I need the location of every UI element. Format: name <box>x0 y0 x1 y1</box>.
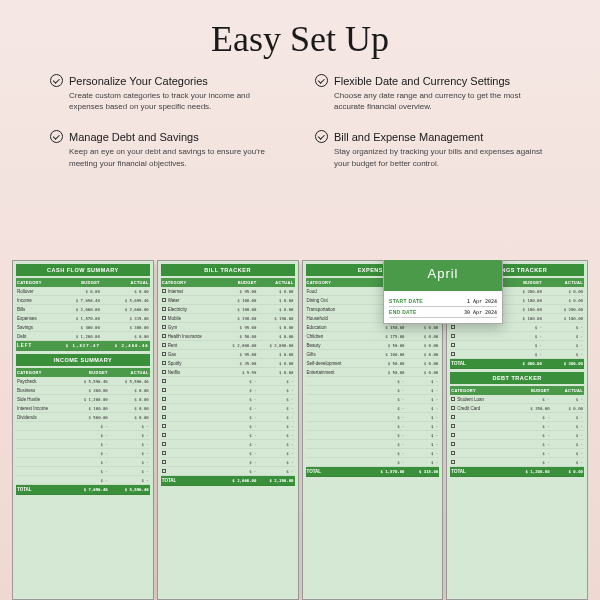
table-row: $ -$ - <box>450 332 584 341</box>
table-row: $ -$ - <box>16 449 150 458</box>
table-row: $ -$ - <box>450 431 584 440</box>
check-icon <box>315 130 328 143</box>
table-row: Expenses$ 1,570.00$ 315.00 <box>16 314 150 323</box>
cashflow-title: CASH FLOW SUMMARY <box>16 264 150 276</box>
checkbox-icon <box>162 442 166 446</box>
checkbox-icon <box>451 325 455 329</box>
feature-desc: Keep an eye on your debt and savings to … <box>50 146 285 168</box>
table-row: $ -$ - <box>161 431 295 440</box>
start-date-label: START DATE <box>389 298 423 304</box>
checkbox-icon <box>162 379 166 383</box>
feature-title: Manage Debt and Savings <box>69 131 199 143</box>
end-date-label: END DATE <box>389 309 417 315</box>
table-row: $ -$ - <box>161 386 295 395</box>
income-title: INCOME SUMMARY <box>16 354 150 366</box>
table-row: Rollover$ 0.00$ 0.00 <box>16 287 150 296</box>
checkbox-icon <box>162 316 166 320</box>
table-row: $ -$ - <box>16 440 150 449</box>
checkbox-icon <box>162 415 166 419</box>
checkbox-icon <box>451 352 455 356</box>
feature-title: Bill and Expense Management <box>334 131 483 143</box>
table-row: $ -$ - <box>450 458 584 467</box>
table-row: Children$ 175.00$ 0.00 <box>306 332 440 341</box>
check-icon <box>315 74 328 87</box>
checkbox-icon <box>451 334 455 338</box>
table-row: $ -$ - <box>161 458 295 467</box>
check-icon <box>50 74 63 87</box>
bills-table: CATEGORYBUDGETACTUAL Internet$ 95.00$ 0.… <box>161 278 295 486</box>
table-row: $ -$ - <box>306 404 440 413</box>
table-row: Gym$ 95.00$ 0.00 <box>161 323 295 332</box>
table-row: Gas$ 95.00$ 0.00 <box>161 350 295 359</box>
feature-desc: Stay organized by tracking your bills an… <box>315 146 550 168</box>
checkbox-icon <box>162 424 166 428</box>
check-icon <box>50 130 63 143</box>
debt-table: CATEGORYBUDGETACTUAL Student Loan$ -$ -C… <box>450 386 584 477</box>
table-row: Credit Card$ 350.00$ 0.00 <box>450 404 584 413</box>
table-row: Bills$ 2,660.00$ 2,660.00 <box>16 305 150 314</box>
table-row: Health Insurance$ 50.00$ 0.00 <box>161 332 295 341</box>
checkbox-icon <box>162 361 166 365</box>
feature-flexible: Flexible Date and Currency Settings Choo… <box>315 74 550 112</box>
checkbox-icon <box>451 415 455 419</box>
checkbox-icon <box>162 370 166 374</box>
feature-bill: Bill and Expense Management Stay organiz… <box>315 130 550 168</box>
feature-title: Flexible Date and Currency Settings <box>334 75 510 87</box>
table-row: $ -$ - <box>306 431 440 440</box>
checkbox-icon <box>451 442 455 446</box>
checkbox-icon <box>162 307 166 311</box>
table-row: $ -$ - <box>16 458 150 467</box>
checkbox-icon <box>451 343 455 347</box>
table-row: Interest Income$ 100.00$ 0.00 <box>16 404 150 413</box>
table-row: Mobile$ 190.00$ 190.00 <box>161 314 295 323</box>
table-row: $ -$ - <box>306 458 440 467</box>
checkbox-icon <box>162 406 166 410</box>
panel-left: CASH FLOW SUMMARY CATEGORYBUDGETACTUAL R… <box>12 260 154 600</box>
table-row: $ -$ - <box>161 395 295 404</box>
table-row: Self-development$ 50.00$ 0.00 <box>306 359 440 368</box>
table-row: Business$ 300.00$ 0.00 <box>16 386 150 395</box>
start-date-value: 1 Apr 2024 <box>467 298 497 304</box>
table-row: $ -$ - <box>161 440 295 449</box>
table-row: Debt$ 1,200.00$ 0.00 <box>16 332 150 341</box>
table-row: $ -$ - <box>306 413 440 422</box>
table-row: Paycheck$ 5,596.46$ 5,596.46 <box>16 377 150 386</box>
table-row: Dividends$ 500.00$ 0.00 <box>16 413 150 422</box>
checkbox-icon <box>162 298 166 302</box>
table-row: $ -$ - <box>16 467 150 476</box>
income-table: CATEGORYBUDGETACTUAL Paycheck$ 5,596.46$… <box>16 368 150 495</box>
table-row: $ -$ - <box>450 449 584 458</box>
feature-debt: Manage Debt and Savings Keep an eye on y… <box>50 130 285 168</box>
checkbox-icon <box>162 352 166 356</box>
table-row: $ -$ - <box>450 422 584 431</box>
table-row: Electricity$ 100.00$ 0.00 <box>161 305 295 314</box>
table-row: Entertainment$ 50.00$ 0.00 <box>306 368 440 377</box>
panel-bills: BILL TRACKER CATEGORYBUDGETACTUAL Intern… <box>157 260 299 600</box>
table-row: Savings$ 400.00$ 300.00 <box>16 323 150 332</box>
feature-desc: Choose any date range and currency to ge… <box>315 90 550 112</box>
feature-desc: Create custom categories to track your i… <box>50 90 285 112</box>
bills-title: BILL TRACKER <box>161 264 295 276</box>
table-row: $ -$ - <box>16 422 150 431</box>
table-row: Internet$ 95.00$ 0.00 <box>161 287 295 296</box>
table-row: $ -$ - <box>306 377 440 386</box>
table-row: $ -$ - <box>450 413 584 422</box>
table-row: $ -$ - <box>16 431 150 440</box>
table-row: Gifts$ 100.00$ 0.00 <box>306 350 440 359</box>
checkbox-icon <box>162 460 166 464</box>
cashflow-table: CATEGORYBUDGETACTUAL Rollover$ 0.00$ 0.0… <box>16 278 150 351</box>
table-row: $ -$ - <box>306 422 440 431</box>
spreadsheet-preview: April START DATE1 Apr 2024 END DATE30 Ap… <box>12 260 588 600</box>
table-row: Side Hustle$ 1,200.00$ 0.00 <box>16 395 150 404</box>
table-row: $ -$ - <box>161 449 295 458</box>
checkbox-icon <box>451 451 455 455</box>
checkbox-icon <box>162 289 166 293</box>
checkbox-icon <box>451 433 455 437</box>
feature-personalize: Personalize Your Categories Create custo… <box>50 74 285 112</box>
table-row: Rent$ 2,000.00$ 2,000.00 <box>161 341 295 350</box>
feature-title: Personalize Your Categories <box>69 75 208 87</box>
table-row: $ -$ - <box>450 440 584 449</box>
table-row: Spotify$ 35.00$ 0.00 <box>161 359 295 368</box>
month-name: April <box>384 260 502 291</box>
table-row: $ -$ - <box>161 404 295 413</box>
